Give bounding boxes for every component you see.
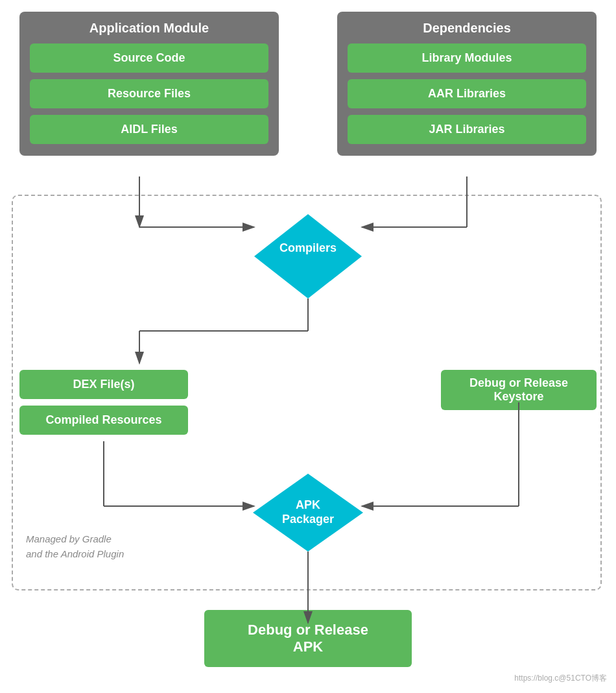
library-modules-btn: Library Modules — [348, 43, 586, 73]
final-apk-btn: Debug or Release APK — [204, 610, 412, 667]
source-code-btn: Source Code — [30, 43, 268, 73]
aar-libraries-btn: AAR Libraries — [348, 79, 586, 108]
dependencies-title: Dependencies — [348, 21, 586, 36]
top-section: Application Module Source Code Resource … — [0, 0, 616, 156]
app-module-title: Application Module — [30, 21, 268, 36]
watermark: https://blog.c@51CTO博客 — [514, 673, 607, 684]
final-apk-section: Debug or Release APK — [204, 610, 412, 667]
mid-right-section: Debug or Release Keystore — [441, 370, 597, 410]
gradle-label: Managed by Gradle and the Android Plugin — [26, 532, 124, 561]
gradle-line2: and the Android Plugin — [26, 547, 124, 562]
application-module-box: Application Module Source Code Resource … — [19, 12, 279, 156]
jar-libraries-btn: JAR Libraries — [348, 115, 586, 144]
aidl-files-btn: AIDL Files — [30, 115, 268, 144]
mid-left-section: DEX File(s) Compiled Resources — [19, 370, 188, 435]
keystore-btn: Debug or Release Keystore — [441, 370, 597, 410]
gradle-line1: Managed by Gradle — [26, 532, 124, 547]
dex-files-btn: DEX File(s) — [19, 370, 188, 399]
resource-files-btn: Resource Files — [30, 79, 268, 108]
dependencies-box: Dependencies Library Modules AAR Librari… — [337, 12, 597, 156]
compiled-resources-btn: Compiled Resources — [19, 406, 188, 435]
diagram-container: Application Module Source Code Resource … — [0, 0, 616, 693]
